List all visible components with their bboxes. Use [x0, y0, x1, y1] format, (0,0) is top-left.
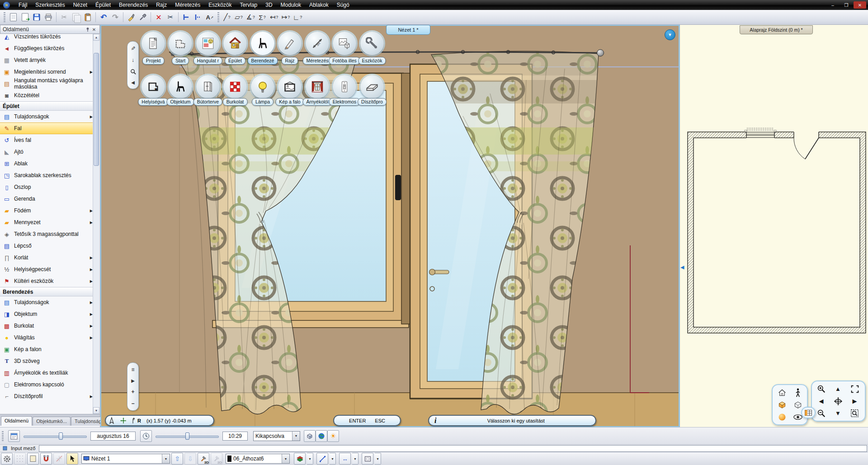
sidebar-item-vilagitas[interactable]: ●Világítás▶	[0, 332, 100, 343]
rebuild-3d-axe-icon[interactable]: 3D	[211, 453, 222, 465]
query-distance-button[interactable]: ╱?	[221, 11, 233, 23]
zoom-in-icon[interactable]: +	[131, 389, 134, 395]
pan-right-button[interactable]: ▶	[847, 395, 862, 407]
guideline-icon[interactable]	[53, 453, 65, 465]
move-tool-icon[interactable]	[120, 418, 127, 424]
render-realistic-button[interactable]	[774, 411, 789, 423]
menu-nezet[interactable]: Nézet	[69, 0, 91, 10]
line-width-icon[interactable]: ↔	[339, 453, 351, 465]
esc-button[interactable]: ESC	[375, 418, 385, 423]
build-3d-hammer-icon[interactable]: 3D	[198, 453, 209, 465]
menu-3d[interactable]: 3D	[261, 0, 276, 10]
clock-icon[interactable]	[140, 430, 152, 442]
view-menu-dropdown[interactable]: ▼	[665, 29, 675, 40]
close-button[interactable]: ✕	[854, 1, 866, 9]
sidebar-item-kozzetetel[interactable]: ◙Közzététel	[0, 89, 100, 101]
line-style-dropdown-icon[interactable]: ▼	[330, 453, 336, 465]
save-button[interactable]	[31, 11, 42, 23]
ring-objektum-button[interactable]	[169, 75, 192, 99]
ring-rajz-button[interactable]	[278, 32, 302, 55]
ring-diszitoprofil-button[interactable]	[360, 75, 384, 99]
sidebar-item-gerenda[interactable]: ▭Gerenda	[0, 193, 100, 205]
calendar-icon[interactable]	[8, 430, 20, 442]
ring-butortervezo-button[interactable]	[196, 75, 220, 99]
sidebar-item-kep-a-falon[interactable]: ▣Kép a falon	[0, 343, 100, 355]
sidebar-item-ives-fal[interactable]: ↺Íves fal	[0, 134, 100, 146]
north-arrow-icon[interactable]	[108, 417, 115, 424]
select-cursor-icon[interactable]	[66, 453, 78, 465]
pen-tool-icon[interactable]: ✎	[130, 46, 136, 51]
sidebar-item-3d-szoveg[interactable]: T3D szöveg	[0, 355, 100, 367]
query-offset-left-button[interactable]: ↤?	[268, 11, 280, 23]
sidebar-item-fodem[interactable]: ▰Födém▶	[0, 205, 100, 216]
new-document-button[interactable]	[7, 11, 19, 23]
sidebar-item-vetett-arnyek[interactable]: ▦Vetett árnyék	[0, 54, 100, 66]
zoom-in-button[interactable]	[814, 383, 829, 395]
query-elevation-button[interactable]: ∟?	[292, 11, 303, 23]
delete-button[interactable]: ✕	[153, 11, 165, 23]
sidebar-item-sarokablak[interactable]: ◳Sarokablak szerkesztés	[0, 169, 100, 181]
close-panel-icon[interactable]: ✕	[91, 26, 97, 33]
paper-area-icon[interactable]	[27, 453, 39, 465]
ring-berendezes-button[interactable]	[251, 32, 274, 55]
menu-fajl[interactable]: Fájl	[14, 0, 31, 10]
floorplan-tab[interactable]: Alaprajz Földszint (0 m) *	[740, 25, 813, 34]
sidebar-item-tetosik[interactable]: ◈Tetősík 3 magasságponttal	[0, 228, 100, 240]
floorplan-panel[interactable]: Alaprajz Földszint (0 m) * ◀	[679, 25, 868, 427]
relative-coord-icon[interactable]: R	[132, 418, 141, 424]
query-offset-right-button[interactable]: ↦?	[280, 11, 292, 23]
toolbar-grip-2[interactable]	[217, 12, 219, 22]
grid-toggle-icon[interactable]	[14, 453, 26, 465]
fill-style-dropdown-icon[interactable]: ▼	[375, 453, 381, 465]
pan-left-button[interactable]: ◀	[814, 395, 829, 407]
menu-tervlap[interactable]: Tervlap	[236, 0, 262, 10]
sidebar-item-hangulat-montazs[interactable]: ▤Hangulat montázs vágólapra másolása	[0, 78, 100, 89]
sidebar-item-burkolat[interactable]: ▩Burkolat▶	[0, 320, 100, 332]
sidebar-item-ajto[interactable]: ◣Ajtó	[0, 146, 100, 158]
sidebar-item-korlat[interactable]: ∏Korlát▶	[0, 252, 100, 263]
menu-list-icon[interactable]: ≡	[131, 366, 134, 373]
layer-style-icon[interactable]	[294, 453, 306, 465]
ring-kep-a-falon-button[interactable]	[278, 75, 302, 99]
globe-location-icon[interactable]	[316, 430, 327, 442]
sun-icon[interactable]: ☀	[327, 430, 339, 442]
sidebar-item-objektum[interactable]: ◨Objektum▶	[0, 308, 100, 320]
trim-button[interactable]: ✂	[165, 11, 176, 23]
toolbar-grip[interactable]	[2, 431, 4, 441]
menu-epulet[interactable]: Épület	[91, 0, 115, 10]
sidebar-item-mennyezet[interactable]: ▰Mennyezet▶	[0, 216, 100, 228]
snap-magnet-icon[interactable]	[40, 453, 52, 465]
query-angle-button[interactable]: ∡?	[245, 11, 256, 23]
ring-elektromos-button[interactable]	[333, 75, 356, 99]
zoom-tool-icon[interactable]	[130, 69, 136, 75]
pan-up-button[interactable]: ▲	[830, 383, 845, 395]
pin-icon[interactable]	[85, 26, 91, 33]
maximize-button[interactable]: ❐	[840, 1, 853, 9]
ring-arnyekolok-button[interactable]	[306, 75, 329, 99]
menu-meretezes[interactable]: Méretezés	[171, 0, 204, 10]
date-slider-thumb[interactable]	[59, 432, 63, 440]
time-slider[interactable]	[156, 432, 219, 440]
sidebar-item-lepcso[interactable]: ▤Lépcső	[0, 240, 100, 252]
time-slider-thumb[interactable]	[185, 432, 189, 440]
wall-join-l-button[interactable]	[192, 11, 204, 23]
zoom-out-button[interactable]	[814, 408, 829, 419]
menu-berendezes[interactable]: Berendezés	[115, 0, 152, 10]
ring-epulet-button[interactable]	[223, 32, 247, 55]
sidebar-item-vizszintes-tukrozes[interactable]: ◭Vízszintes tükrözés	[0, 34, 100, 42]
wall-join-t-button[interactable]	[180, 11, 192, 23]
sidebar-item-arnyekolok[interactable]: ▥Árnyékolók és textíliák	[0, 367, 100, 379]
ring-projekt-button[interactable]	[142, 32, 165, 55]
query-area-button[interactable]: ▱?	[233, 11, 245, 23]
render-solid-button[interactable]	[774, 399, 789, 410]
shadow-toggle-icon[interactable]	[304, 430, 316, 442]
redo-button[interactable]: ↷	[109, 11, 121, 23]
sidebar-item-kulteri-eszkozok[interactable]: ⚑Kültéri eszközök▶	[0, 275, 100, 287]
sun-mode-select[interactable]: Kikapcsolva ▼	[253, 431, 300, 441]
sidebar-item-oszlop[interactable]: ▯Oszlop	[0, 181, 100, 193]
ring-meretezes-button[interactable]: 3m	[306, 32, 329, 55]
text-style-button[interactable]: A➚	[204, 11, 216, 23]
tab-oldalmenu[interactable]: Oldalmenü	[1, 416, 32, 426]
layer-style-dropdown-icon[interactable]: ▼	[307, 453, 313, 465]
toolbar-grip[interactable]	[4, 12, 5, 22]
